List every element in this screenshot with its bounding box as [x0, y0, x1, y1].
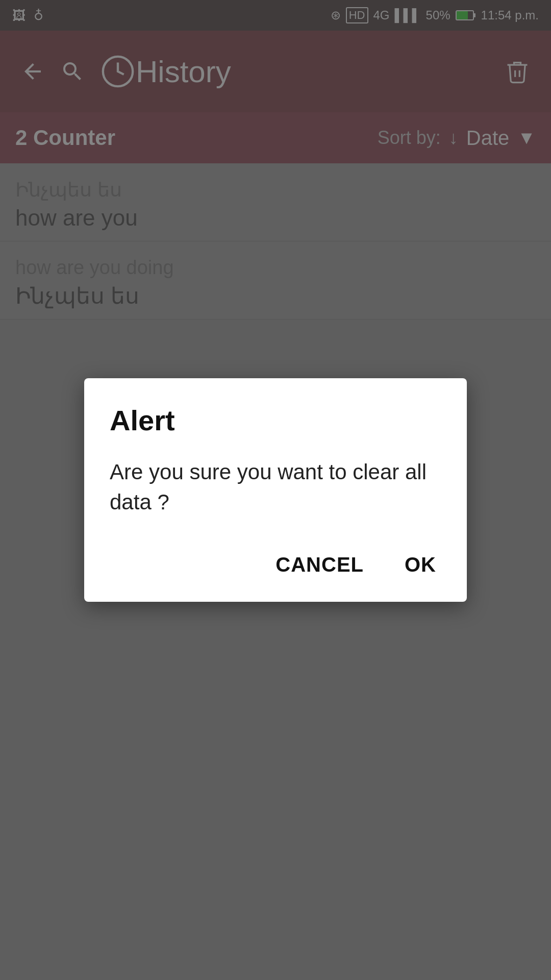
- overlay: Alert Are you sure you want to clear all…: [0, 0, 551, 980]
- alert-message: Are you sure you want to clear all data …: [110, 457, 441, 518]
- cancel-button[interactable]: CANCEL: [270, 548, 369, 581]
- alert-dialog: Alert Are you sure you want to clear all…: [84, 378, 467, 602]
- ok-button[interactable]: OK: [399, 548, 441, 581]
- alert-buttons: CANCEL OK: [110, 548, 441, 581]
- alert-title: Alert: [110, 404, 441, 437]
